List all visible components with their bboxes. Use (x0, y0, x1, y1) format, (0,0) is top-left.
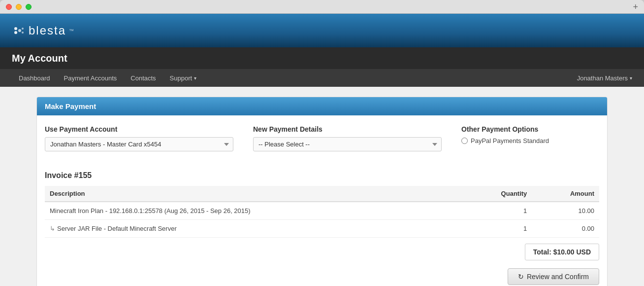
user-name: Jonathan Masters (577, 74, 628, 82)
row-amount-1: 10.00 (532, 202, 599, 220)
paypal-radio[interactable] (461, 138, 468, 144)
svg-point-1 (14, 31, 17, 34)
nav-link-support[interactable]: Support ▾ (163, 69, 204, 87)
table-header-row: Description Quantity Amount (45, 186, 599, 202)
table-row: Minecraft Iron Plan - 192.168.0.1:25578 … (45, 202, 599, 220)
new-tab-button[interactable]: + (633, 2, 638, 11)
row-quantity-1: 1 (461, 202, 532, 220)
maximize-button[interactable] (26, 4, 32, 10)
new-payment-select[interactable]: -- Please Select -- (253, 137, 442, 151)
new-payment-details-col: New Payment Details -- Please Select -- (253, 125, 442, 151)
row-description-1: Minecraft Iron Plan - 192.168.0.1:25578 … (45, 202, 461, 220)
paypal-label: PayPal Payments Standard (471, 137, 549, 144)
total-amount: Total: $10.00 USD (525, 244, 599, 260)
other-payment-col: Other Payment Options PayPal Payments St… (461, 125, 599, 151)
logo-text: blesta (29, 24, 66, 37)
invoice-title: Invoice #155 (45, 171, 599, 180)
content-area: Make Payment Use Payment Account Jonatha… (0, 87, 644, 286)
nav-link-payment-accounts[interactable]: Payment Accounts (57, 69, 124, 87)
table-row: ↳Server JAR File - Default Minecraft Ser… (45, 220, 599, 238)
row-amount-2: 0.00 (532, 220, 599, 238)
logo-icon (12, 24, 26, 37)
use-payment-account-label: Use Payment Account (45, 125, 233, 133)
new-payment-details-label: New Payment Details (253, 125, 442, 133)
nav-link-contacts[interactable]: Contacts (124, 69, 162, 87)
svg-point-4 (22, 32, 24, 34)
col-description: Description (45, 186, 461, 202)
payment-account-select[interactable]: Jonathan Masters - Master Card x5454 (45, 137, 233, 151)
make-payment-card: Make Payment Use Payment Account Jonatha… (36, 97, 608, 286)
user-menu[interactable]: Jonathan Masters ▾ (577, 74, 632, 82)
top-bar: blesta ™ (0, 14, 644, 47)
confirm-button-label: Review and Confirm (527, 273, 589, 281)
col-amount: Amount (532, 186, 599, 202)
nav-links: Dashboard Payment Accounts Contacts Supp… (12, 69, 203, 87)
svg-point-0 (14, 27, 17, 30)
refresh-icon: ↻ (518, 273, 524, 281)
nav-link-dashboard[interactable]: Dashboard (12, 69, 57, 87)
subitem-arrow-icon: ↳ (50, 225, 55, 232)
review-confirm-button[interactable]: ↻ Review and Confirm (508, 268, 599, 285)
card-header: Make Payment (37, 97, 607, 115)
close-button[interactable] (6, 4, 12, 10)
sub-nav: Dashboard Payment Accounts Contacts Supp… (0, 69, 644, 87)
minimize-button[interactable] (16, 4, 22, 10)
user-menu-caret-icon: ▾ (630, 75, 632, 81)
nav-bar: My Account (0, 47, 644, 69)
col-quantity: Quantity (461, 186, 532, 202)
window-chrome: + (0, 0, 644, 14)
svg-point-2 (18, 29, 21, 32)
paypal-option[interactable]: PayPal Payments Standard (461, 137, 599, 144)
logo-trademark: ™ (69, 28, 74, 34)
other-payment-label: Other Payment Options (461, 125, 599, 133)
payment-options-row: Use Payment Account Jonathan Masters - M… (45, 125, 599, 159)
support-caret-icon: ▾ (194, 75, 196, 81)
button-row: ↻ Review and Confirm (45, 268, 599, 286)
use-payment-account-col: Use Payment Account Jonathan Masters - M… (45, 125, 233, 151)
logo: blesta ™ (12, 24, 74, 37)
svg-point-3 (22, 28, 24, 30)
invoice-table: Description Quantity Amount Minecraft Ir… (45, 186, 599, 238)
row-quantity-2: 1 (461, 220, 532, 238)
row-description-2: ↳Server JAR File - Default Minecraft Ser… (45, 220, 461, 238)
card-body: Use Payment Account Jonathan Masters - M… (37, 115, 607, 286)
page-title: My Account (12, 47, 67, 69)
total-row: Total: $10.00 USD (45, 244, 599, 260)
